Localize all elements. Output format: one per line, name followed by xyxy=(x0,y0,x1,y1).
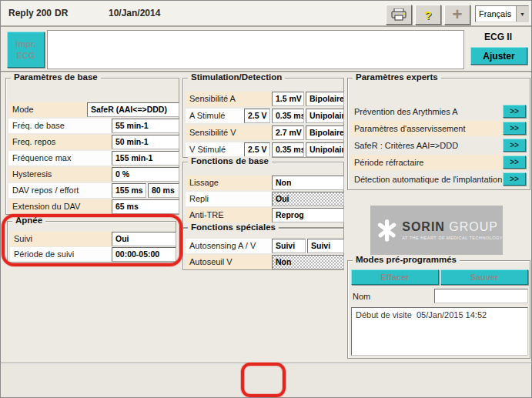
dav-effort-field[interactable]: 80 ms xyxy=(148,183,179,198)
name-label: Nom xyxy=(353,289,370,304)
sorin-mark-icon xyxy=(376,215,397,246)
mode-entry-datetime: 05/Jan/2015 14:52 xyxy=(417,308,487,322)
panel-stimulation-detection: Stimulation/Detection Sensibilité A 1.5 … xyxy=(182,78,344,158)
expand-asservissement-button[interactable]: >> xyxy=(503,122,526,135)
panel-title: Fonctions de base xyxy=(188,156,272,166)
param-label: DAV repos / effort xyxy=(12,183,79,198)
param-row-suivi: Suivi Oui xyxy=(10,232,173,246)
logo-text: SORIN GROUP AT THE HEART OF MEDICAL TECH… xyxy=(402,221,503,240)
param-row-anti-tre: Anti-TRE Reprog xyxy=(186,208,341,222)
saved-modes-list[interactable]: Début de visite 05/Jan/2015 14:52 xyxy=(351,307,528,356)
panel-modes-preprogrammes: Modes pré-programmés Effacer Sauver Nom … xyxy=(347,260,530,359)
sens-v-field[interactable]: 2.7 mV xyxy=(272,125,304,140)
dav-repos-field[interactable]: 155 ms xyxy=(112,183,146,198)
param-label: Freq. repos xyxy=(12,135,55,149)
language-select[interactable]: Français ▼ xyxy=(475,5,529,22)
autosensing-a-field[interactable]: Suivi xyxy=(272,239,306,253)
programmer-window: Reply 200 DR 10/Jan/2014 ? + Français ▼ … xyxy=(0,0,532,398)
print-button[interactable] xyxy=(386,5,412,25)
param-row-freq-base: Fréq. de base 55 min-1 xyxy=(8,119,176,133)
param-row-periode-suivi: Période de suivi 00:00-05:00 xyxy=(10,247,173,262)
repli-field[interactable]: Oui xyxy=(272,192,344,206)
expert-row-prevention: Prévention des Arythmies A >> xyxy=(350,104,527,119)
expert-label: SafeR : Critères AAI=>DDD xyxy=(354,138,458,153)
a-amp-field[interactable]: 2.5 V xyxy=(244,109,270,123)
anti-tre-field[interactable]: Reprog xyxy=(272,208,344,222)
help-button[interactable]: ? xyxy=(415,5,441,25)
param-row-extension-dav: Extension du DAV 65 ms xyxy=(8,199,176,214)
param-row-autoseuil: Autoseuil V Non xyxy=(186,255,341,269)
v-amp-field[interactable]: 2.5 V xyxy=(244,142,270,157)
a-polarity-field[interactable]: Unipolaire xyxy=(306,109,344,123)
param-label: Sensibilité V xyxy=(189,125,236,140)
help-icon: ? xyxy=(424,8,431,22)
v-width-field[interactable]: 0.35 ms xyxy=(272,142,304,157)
param-row-repli: Repli Oui xyxy=(186,192,341,206)
operator-code: DR xyxy=(55,8,68,18)
hysteresis-field[interactable]: 0 % xyxy=(112,167,179,182)
v-polarity-field[interactable]: Unipolaire xyxy=(306,142,344,157)
panel-title: Paramètres experts xyxy=(353,72,441,82)
periode-suivi-field[interactable]: 00:00-05:00 xyxy=(112,247,176,262)
expert-row-safer: SafeR : Critères AAI=>DDD >> xyxy=(350,138,527,153)
ecg-trace-area xyxy=(47,30,464,69)
freq-base-field[interactable]: 55 min-1 xyxy=(112,119,179,133)
sens-a-field[interactable]: 1.5 mV xyxy=(272,92,304,106)
adjust-button[interactable]: Ajuster xyxy=(470,47,527,65)
app-name: Reply 200 xyxy=(8,8,52,18)
panel-title: Modes pré-programmés xyxy=(353,255,460,264)
chevron-down-icon[interactable]: ▼ xyxy=(516,6,528,22)
sorin-logo: SORIN GROUP AT THE HEART OF MEDICAL TECH… xyxy=(370,206,503,255)
panel-parametres-experts: Paramètres experts Prévention des Arythm… xyxy=(347,78,530,190)
add-button[interactable]: + xyxy=(444,5,470,25)
param-row-freq-max: Fréquence max 155 min-1 xyxy=(8,151,176,166)
param-row-mode: Mode SafeR (AAI<=>DDD) xyxy=(8,102,176,117)
param-label: Période de suivi xyxy=(14,247,74,262)
freq-max-field[interactable]: 155 min-1 xyxy=(112,151,179,166)
panel-title: Fonctions spéciales xyxy=(188,222,279,232)
expert-row-implantation: Détection automatique de l'implantation … xyxy=(350,172,527,187)
printer-icon xyxy=(391,8,407,21)
param-label: A Stimulé xyxy=(189,109,225,123)
sens-v-polarity-field[interactable]: Bipolaire xyxy=(306,125,344,140)
expand-implantation-button[interactable]: >> xyxy=(503,172,526,186)
panel-title: Paramètres de base xyxy=(11,72,101,82)
save-button[interactable]: Sauver xyxy=(440,269,528,285)
expert-label: Détection automatique de l'implantation xyxy=(354,172,502,187)
param-label: V Stimulé xyxy=(189,142,226,157)
a-width-field[interactable]: 0.35 ms xyxy=(272,109,304,123)
mode-field[interactable]: SafeR (AAI<=>DDD) xyxy=(87,102,179,117)
param-label: Extension du DAV xyxy=(12,199,80,214)
param-label: Autoseuil V xyxy=(189,255,233,269)
sens-a-polarity-field[interactable]: Bipolaire xyxy=(306,92,344,106)
language-value: Français xyxy=(476,9,516,18)
print-ecg-button[interactable]: Impr. ECG xyxy=(7,32,45,68)
extension-dav-field[interactable]: 65 ms xyxy=(112,199,179,214)
panel-apnee: Apnée Suivi Oui Période de suivi 00:00-0… xyxy=(7,221,176,263)
bottom-toolbar: Interro. Résumé Smart Check Diagnos. AID… xyxy=(1,363,531,398)
param-row-v-stimule: V Stimulé 2.5 V 0.35 ms Unipolaire xyxy=(186,142,341,157)
autosensing-v-field[interactable]: Suivi xyxy=(307,239,344,253)
title-bar: Reply 200 DR 10/Jan/2014 ? + Français ▼ xyxy=(1,1,531,27)
param-row-lissage: Lissage Non xyxy=(186,176,341,190)
expert-label: Paramètres d'asservissement xyxy=(354,121,466,136)
param-row-autosensing: Autosensing A / V Suivi Suivi xyxy=(186,239,341,253)
freq-repos-field[interactable]: 50 min-1 xyxy=(112,135,179,149)
param-label: Fréquence max xyxy=(12,151,71,166)
panel-title: Stimulation/Detection xyxy=(188,72,285,82)
param-row-hysteresis: Hysteresis 0 % xyxy=(8,167,176,182)
panel-title: Apnée xyxy=(12,216,45,225)
erase-button[interactable]: Effacer xyxy=(351,269,439,285)
suivi-field[interactable]: Oui xyxy=(112,232,176,246)
expand-refractaire-button[interactable]: >> xyxy=(503,156,526,169)
autoseuil-field[interactable]: Non xyxy=(272,255,344,269)
param-label: Hysteresis xyxy=(12,167,52,182)
list-item[interactable]: Début de visite 05/Jan/2015 14:52 xyxy=(352,308,527,322)
expand-prevention-button[interactable]: >> xyxy=(503,105,526,118)
param-label: Lissage xyxy=(189,176,219,190)
expand-safer-button[interactable]: >> xyxy=(503,139,526,152)
mode-name-input[interactable] xyxy=(434,289,528,303)
lissage-field[interactable]: Non xyxy=(272,176,344,190)
param-label: Repli xyxy=(189,192,209,206)
param-label: Autosensing A / V xyxy=(189,239,256,253)
